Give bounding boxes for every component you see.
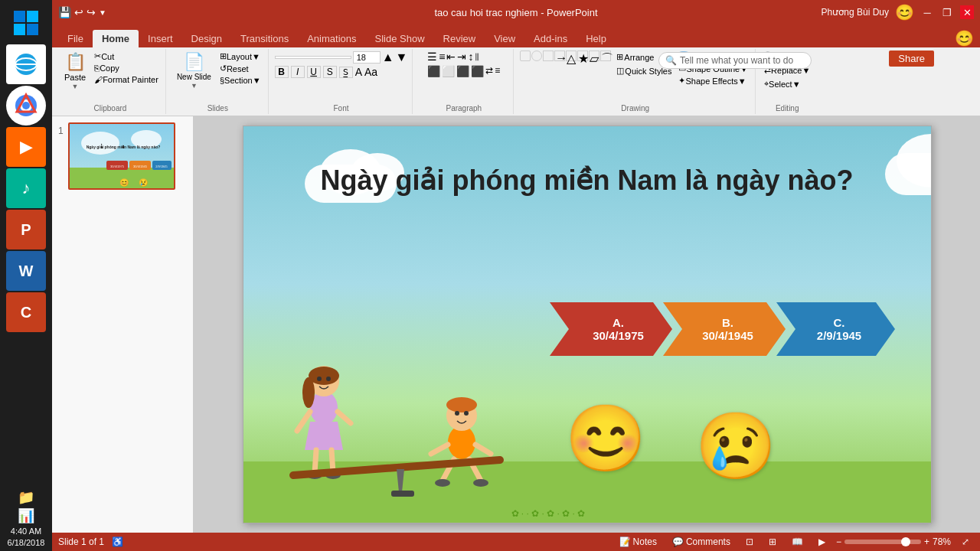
emoji-smile[interactable]: 😊 xyxy=(565,400,646,477)
shape-circle[interactable] xyxy=(531,51,542,61)
normal-view-button[interactable]: ⊡ xyxy=(741,536,758,548)
tab-animations[interactable]: Animations xyxy=(298,30,365,47)
italic-button[interactable]: I xyxy=(291,66,305,78)
quick-styles-icon: ◫ xyxy=(616,66,624,76)
align-center-icon[interactable]: ⬜ xyxy=(442,65,455,77)
slide-thumbnail[interactable]: Ngày giải phóng miền Nam là ngày nào? 30… xyxy=(68,122,175,190)
align-right-icon[interactable]: ⬛ xyxy=(456,65,469,77)
shape-effects-button[interactable]: ✦ Shape Effects▼ xyxy=(676,75,750,86)
bold-button[interactable]: B xyxy=(275,66,289,78)
ribbon-group-slides: 📄 New Slide ▼ ⊞Layout▼ ↺Reset §Section▼ xyxy=(168,49,269,114)
shadow-button[interactable]: S̲ xyxy=(339,67,353,78)
share-button[interactable]: Share xyxy=(889,51,934,67)
comments-button[interactable]: 💬 Comments xyxy=(668,536,735,548)
save-icon[interactable]: 💾 xyxy=(58,6,71,18)
slide-panel: 1 xyxy=(52,116,194,533)
tab-review[interactable]: Review xyxy=(434,30,485,47)
font-size-input[interactable]: 18 xyxy=(353,51,381,64)
align-left-icon[interactable]: ⬛ xyxy=(427,65,440,77)
numbering-icon[interactable]: ≡ xyxy=(439,51,445,64)
accessibility-icon[interactable]: ♿ xyxy=(112,536,123,547)
tell-me-box[interactable]: 🔍 Tell me what you want to do xyxy=(658,52,812,69)
font-size-up-icon[interactable]: ▲ xyxy=(382,51,394,64)
groove-icon[interactable]: ♪ xyxy=(6,168,46,208)
columns-icon[interactable]: ⫴ xyxy=(475,51,479,64)
comments-icon: 💬 xyxy=(672,536,684,547)
answer-a[interactable]: A. 30/4/1975 xyxy=(550,302,672,356)
indent-less-icon[interactable]: ⇤ xyxy=(446,51,456,64)
word-icon[interactable]: W xyxy=(6,251,46,291)
tab-slideshow[interactable]: Slide Show xyxy=(365,30,433,47)
line-spacing-icon[interactable]: ↕ xyxy=(468,51,473,64)
justify-icon[interactable]: ⬛ xyxy=(471,65,484,77)
strikethrough-button[interactable]: S xyxy=(323,66,337,78)
smile-emoji-text: 😊 xyxy=(565,402,646,474)
underline-button[interactable]: U xyxy=(307,66,321,78)
zoom-slider[interactable] xyxy=(844,540,921,544)
paste-button[interactable]: 📋 Paste ▼ xyxy=(60,51,90,92)
bullets-icon[interactable]: ☰ xyxy=(427,51,437,64)
svg-text:Ngày giải phóng miền Nam là ng: Ngày giải phóng miền Nam là ngày nào? xyxy=(86,143,160,149)
minimize-button[interactable]: ─ xyxy=(920,5,934,19)
font-color-icon[interactable]: A xyxy=(355,66,362,78)
undo-icon[interactable]: ↩ xyxy=(74,6,83,18)
cortana-icon[interactable]: C xyxy=(6,292,46,332)
reset-button[interactable]: ↺Reset xyxy=(217,63,263,74)
tab-addins[interactable]: Add-ins xyxy=(524,30,577,47)
shape-rect[interactable] xyxy=(520,51,531,61)
answer-b[interactable]: B. 30/4/1945 xyxy=(663,302,786,356)
cut-button[interactable]: ✂Cut xyxy=(92,51,161,62)
fit-slide-button[interactable]: ⤢ xyxy=(957,536,974,548)
slide-title[interactable]: Ngày giải phóng miền Nam là ngày nào? xyxy=(289,165,885,197)
font-name-input[interactable] xyxy=(275,56,351,59)
copy-button[interactable]: ⎘Copy xyxy=(92,63,161,73)
text-direction-icon[interactable]: ⇄ xyxy=(485,65,493,77)
customize-qat-icon[interactable]: ▼ xyxy=(99,8,106,17)
slide-sorter-button[interactable]: ⊞ xyxy=(764,536,781,548)
chrome-icon[interactable] xyxy=(6,86,46,126)
start-button[interactable] xyxy=(6,3,46,43)
font-highlight-icon[interactable]: Aa xyxy=(364,66,377,78)
reading-view-button[interactable]: 📖 xyxy=(787,536,808,548)
slide-area: 1 xyxy=(52,116,980,533)
notes-button[interactable]: 📝 Notes xyxy=(615,536,662,548)
ppt-icon[interactable]: P xyxy=(6,210,46,249)
tab-help[interactable]: Help xyxy=(577,30,616,47)
tab-transitions[interactable]: Transitions xyxy=(231,30,298,47)
shape-para[interactable]: ▱ xyxy=(589,51,599,61)
tab-file[interactable]: File xyxy=(58,30,93,47)
emoji-cry[interactable]: 😢 xyxy=(695,408,776,484)
shape-curve[interactable]: ⌒ xyxy=(600,51,611,61)
ground-decorations: ✿ · · ✿ · ✿ · ✿ · ✿ xyxy=(511,508,586,519)
format-painter-button[interactable]: 🖌Format Painter xyxy=(92,74,161,85)
shape-tri[interactable]: △ xyxy=(566,51,577,61)
media-icon[interactable]: ▶ xyxy=(6,127,46,167)
section-button[interactable]: §Section▼ xyxy=(217,75,263,86)
zoom-in-icon[interactable]: + xyxy=(924,536,929,547)
layout-button[interactable]: ⊞Layout▼ xyxy=(217,51,263,62)
new-slide-button[interactable]: 📄 New Slide ▼ xyxy=(172,51,216,91)
ie-icon[interactable] xyxy=(6,44,46,84)
align-text-icon[interactable]: ≡ xyxy=(495,65,500,77)
tab-insert[interactable]: Insert xyxy=(139,30,182,47)
indent-more-icon[interactable]: ⇥ xyxy=(457,51,466,64)
svg-marker-33 xyxy=(305,422,343,450)
shape-arrow[interactable]: → xyxy=(554,51,565,61)
title-bar: 💾 ↩ ↪ ▼ tao cau hoi trac nghiem - PowerP… xyxy=(52,0,980,24)
zoom-out-icon[interactable]: − xyxy=(836,536,841,547)
shape-star[interactable]: ★ xyxy=(577,51,588,61)
tab-home[interactable]: Home xyxy=(93,30,139,47)
slide-canvas[interactable]: Ngày giải phóng miền Nam là ngày nào? A.… xyxy=(243,126,932,523)
redo-icon[interactable]: ↪ xyxy=(87,6,96,18)
select-button[interactable]: ⌖ Select▼ xyxy=(762,78,802,90)
zoom-level[interactable]: 78% xyxy=(933,536,951,547)
answer-c[interactable]: C. 2/9/1945 xyxy=(776,302,895,356)
font-size-down-icon[interactable]: ▼ xyxy=(395,51,407,64)
slideshow-button[interactable]: ▶ xyxy=(814,536,830,548)
tab-design[interactable]: Design xyxy=(182,30,231,47)
close-button[interactable]: ✕ xyxy=(960,5,974,19)
restore-button[interactable]: ❐ xyxy=(940,5,954,19)
paste-icon: 📋 xyxy=(65,52,86,72)
tab-view[interactable]: View xyxy=(485,30,524,47)
shape-line[interactable] xyxy=(543,51,554,61)
